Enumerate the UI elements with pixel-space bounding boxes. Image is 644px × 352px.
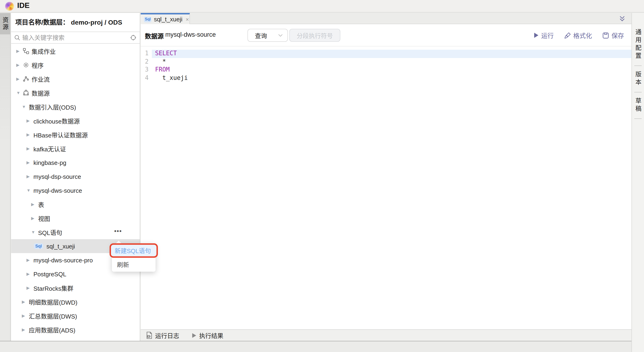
tree-item-label: 集成作业 xyxy=(31,47,56,56)
tree-item-label: mysql-dws-source-pro xyxy=(33,256,93,264)
tree-item-HBase带认证数据源[interactable]: ▶HBase带认证数据源 xyxy=(11,128,140,142)
project-breadcrumb-value: demo-proj / ODS xyxy=(71,18,122,26)
expand-arrow-icon[interactable]: ▶ xyxy=(26,272,33,276)
integration-icon xyxy=(23,48,31,54)
expand-arrow-icon[interactable]: ▶ xyxy=(22,300,28,304)
collapse-arrow-icon[interactable]: ▼ xyxy=(22,104,28,109)
editor-toolbar: 数据源 mysql-dws-source 查询 分段执行符号 运行 xyxy=(141,24,632,46)
expand-arrow-icon[interactable]: ▶ xyxy=(26,118,33,123)
tree-item-StarRocks集群[interactable]: ▶StarRocks集群 xyxy=(11,281,140,295)
line-number: 1 xyxy=(141,50,152,58)
right-rail-tab-通用配置[interactable]: 通用配置 xyxy=(634,29,642,60)
right-rail-tab-草稿[interactable]: 草稿 xyxy=(634,98,642,113)
tree-item-数据源[interactable]: ▼数据源 xyxy=(11,86,140,100)
more-actions-icon[interactable]: ••• xyxy=(114,225,122,239)
save-label: 保存 xyxy=(612,31,624,40)
locate-icon[interactable] xyxy=(130,34,136,41)
rail-tab-resources[interactable]: 资源 xyxy=(0,13,10,34)
sql-editor[interactable]: 1234 SELECT *FROM t_xueji xyxy=(141,46,632,329)
collapse-arrow-icon[interactable]: ▼ xyxy=(26,188,33,193)
tree-item-label: sql_t_xueji xyxy=(46,243,75,250)
editor-tabstrip: Sql sql_t_xueji × xyxy=(141,13,632,24)
tree-item-程序[interactable]: ▶程序 xyxy=(11,58,140,72)
tree-item-数据引入层(ODS)[interactable]: ▼数据引入层(ODS) xyxy=(11,100,140,114)
expand-arrow-icon[interactable]: ▶ xyxy=(26,160,33,165)
exec-result-tab[interactable]: 执行结果 xyxy=(191,331,223,340)
search-input[interactable] xyxy=(20,34,130,41)
top-header: IDE xyxy=(0,0,644,12)
line-number: 2 xyxy=(141,58,152,66)
run-button[interactable]: 运行 xyxy=(533,31,554,40)
tab-sql-t-xueji[interactable]: Sql sql_t_xueji × xyxy=(141,13,190,24)
menu-item-新建SQL语句[interactable]: 新建SQL语句 xyxy=(111,245,156,256)
resource-panel: 项目名称/数据层： demo-proj / ODS ▶集成作业▶程序▶作业流▼数… xyxy=(11,13,140,341)
tree-item-汇总数据层(DWS)[interactable]: ▶汇总数据层(DWS) xyxy=(11,309,140,323)
menu-item-刷新[interactable]: 刷新 xyxy=(112,259,156,272)
floppy-icon xyxy=(602,32,609,39)
code-line-3[interactable]: FROM xyxy=(152,66,632,74)
tab-label: sql_t_xueji xyxy=(154,16,182,23)
bottom-bar: LOG 运行日志 执行结果 xyxy=(141,329,632,341)
tree-item-mysql-dws-source[interactable]: ▼mysql-dws-source xyxy=(11,184,140,197)
tree-item-表[interactable]: ▶表 xyxy=(11,197,140,211)
tree-item-视图[interactable]: ▶视图 xyxy=(11,211,140,225)
tree-item-mysql-dsp-source[interactable]: ▶mysql-dsp-source xyxy=(11,170,140,184)
tree-item-作业流[interactable]: ▶作业流 xyxy=(11,72,140,86)
expand-arrow-icon[interactable]: ▶ xyxy=(22,328,28,332)
run-label: 运行 xyxy=(541,31,554,40)
tree-item-kingbase-pg[interactable]: ▶kingbase-pg xyxy=(11,156,140,170)
tree-item-kafka无认证[interactable]: ▶kafka无认证 xyxy=(11,142,140,156)
log-file-icon: LOG xyxy=(146,332,153,339)
divider xyxy=(634,66,642,66)
divider xyxy=(634,118,642,119)
tree-item-明细数据层(DWD)[interactable]: ▶明细数据层(DWD) xyxy=(11,295,140,309)
double-chevron-down-icon[interactable] xyxy=(618,15,626,22)
tree-item-label: mysql-dsp-source xyxy=(33,173,81,180)
expand-arrow-icon[interactable]: ▶ xyxy=(31,216,38,220)
exec-result-label: 执行结果 xyxy=(199,331,223,340)
expand-arrow-icon[interactable]: ▶ xyxy=(16,49,23,54)
expand-arrow-icon[interactable]: ▶ xyxy=(31,202,38,207)
red-annotation-box: 新建SQL语句 xyxy=(110,243,158,258)
tree-item-clickhouse数据源[interactable]: ▶clickhouse数据源 xyxy=(11,114,140,128)
expand-arrow-icon[interactable]: ▶ xyxy=(26,174,33,179)
expand-arrow-icon[interactable]: ▶ xyxy=(16,63,23,67)
tree-item-label: 数据引入层(ODS) xyxy=(28,102,76,111)
tree-item-label: 表 xyxy=(38,200,44,209)
tree-item-SQL语句[interactable]: ▼SQL语句••• xyxy=(11,225,140,239)
code-line-4[interactable]: t_xueji xyxy=(152,74,632,82)
tree-item-集成作业[interactable]: ▶集成作业 xyxy=(11,44,140,58)
code-line-1[interactable]: SELECT xyxy=(152,50,632,58)
save-button[interactable]: 保存 xyxy=(602,31,624,40)
app-logo-icon xyxy=(5,2,14,11)
expand-arrow-icon[interactable]: ▶ xyxy=(16,76,23,81)
tree-item-应用数据层(ADS)[interactable]: ▶应用数据层(ADS) xyxy=(11,323,140,337)
right-rail: 通用配置版本草稿 xyxy=(632,13,644,352)
bottom-window-strip xyxy=(0,341,632,352)
search-row xyxy=(11,32,140,44)
expand-arrow-icon[interactable]: ▶ xyxy=(26,286,33,290)
tree-item-label: mysql-dws-source xyxy=(33,187,82,194)
query-mode-select[interactable]: 查询 xyxy=(248,29,288,42)
code-area[interactable]: SELECT *FROM t_xueji xyxy=(152,50,632,82)
segment-exec-button[interactable]: 分段执行符号 xyxy=(289,29,340,42)
expand-arrow-icon[interactable]: ▶ xyxy=(22,314,28,318)
close-icon[interactable]: × xyxy=(186,16,189,22)
line-number: 3 xyxy=(141,66,152,74)
run-log-tab[interactable]: LOG 运行日志 xyxy=(146,331,179,340)
tree-item-label: 视图 xyxy=(38,214,50,223)
expand-arrow-icon[interactable]: ▶ xyxy=(26,258,33,262)
brush-icon xyxy=(564,32,571,39)
left-rail: 资源 xyxy=(0,13,11,341)
collapse-arrow-icon[interactable]: ▼ xyxy=(16,90,23,95)
expand-arrow-icon[interactable]: ▶ xyxy=(26,132,33,137)
toolbar-actions: 运行 格式化 保存 xyxy=(533,31,624,40)
collapse-arrow-icon[interactable]: ▼ xyxy=(31,230,38,234)
datasource-value: mysql-dws-source xyxy=(165,31,216,38)
code-line-2[interactable]: * xyxy=(152,58,632,66)
right-rail-tab-版本[interactable]: 版本 xyxy=(634,71,642,87)
format-button[interactable]: 格式化 xyxy=(564,31,592,40)
play-icon xyxy=(533,32,539,38)
expand-arrow-icon[interactable]: ▶ xyxy=(26,146,33,151)
tree-item-label: HBase带认证数据源 xyxy=(33,130,88,139)
